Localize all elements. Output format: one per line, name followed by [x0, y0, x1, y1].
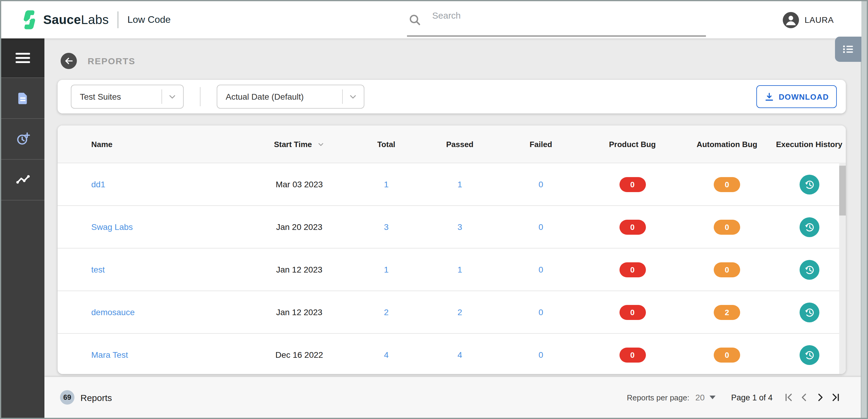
reports-table: Name Start Time Total Passed Failed Prod…: [58, 125, 846, 374]
execution-history-button[interactable]: [799, 260, 819, 279]
product-bug-badge: 0: [619, 347, 646, 362]
next-page-button[interactable]: [812, 390, 828, 405]
column-header-total: Total: [352, 140, 421, 149]
reports-count-label: Reports: [81, 392, 112, 402]
start-time-cell: Jan 12 2023: [276, 307, 322, 317]
column-header-failed: Failed: [499, 140, 583, 149]
automation-bug-badge: 0: [714, 347, 740, 362]
total-link[interactable]: 2: [384, 307, 389, 317]
clock-plus-icon: [15, 131, 30, 147]
document-icon: [16, 91, 30, 106]
table-body: dd1 Mar 03 2023 1 1 0 0 0 Swag Labs Jan …: [58, 163, 846, 374]
passed-link[interactable]: 3: [457, 222, 462, 232]
chevron-right-icon: [814, 392, 826, 403]
back-button[interactable]: [61, 53, 77, 69]
brand-divider: [118, 11, 118, 28]
window-scroll-gutter[interactable]: [861, 1, 867, 418]
passed-link[interactable]: 1: [457, 179, 462, 189]
first-page-button[interactable]: [781, 390, 797, 405]
failed-link[interactable]: 0: [538, 265, 543, 274]
table-row: test Jan 12 2023 1 1 0 0 0: [58, 248, 846, 291]
sidebar: [1, 38, 44, 418]
report-name-link[interactable]: test: [91, 265, 105, 274]
user-name: LAURA: [805, 15, 834, 25]
top-bar: SauceLabs Low Code LA: [1, 1, 861, 38]
start-time-cell: Jan 12 2023: [276, 265, 322, 274]
column-header-start-time[interactable]: Start Time: [247, 140, 352, 149]
page-status: Page 1 of 4: [731, 393, 773, 402]
last-page-icon: [830, 392, 841, 403]
history-icon: [803, 264, 815, 275]
passed-link[interactable]: 1: [457, 265, 462, 274]
report-name-link[interactable]: dd1: [91, 179, 105, 189]
page-header: REPORTS: [44, 38, 861, 81]
product-bug-badge: 0: [619, 305, 646, 320]
saucelabs-logo-icon: [17, 9, 38, 31]
sidebar-item-reports[interactable]: [1, 78, 44, 118]
total-link[interactable]: 4: [384, 350, 389, 360]
report-name-link[interactable]: Swag Labs: [91, 222, 133, 232]
app-window: SauceLabs Low Code LA: [0, 0, 868, 419]
user-menu[interactable]: LAURA: [783, 1, 834, 38]
report-name-link[interactable]: demosauce: [91, 307, 135, 317]
passed-link[interactable]: 2: [457, 307, 462, 317]
avatar: [783, 12, 799, 28]
hamburger-icon: [16, 50, 30, 66]
date-select-value: Actual Date (Default): [217, 92, 342, 101]
search-icon: [408, 13, 422, 26]
per-page-label: Reports per page:: [627, 393, 689, 402]
test-suites-select[interactable]: Test Suites: [71, 85, 184, 109]
sidebar-menu-toggle[interactable]: [1, 38, 44, 78]
list-view-button[interactable]: [835, 37, 861, 62]
execution-history-button[interactable]: [799, 302, 819, 322]
search-input[interactable]: [431, 9, 685, 21]
failed-link[interactable]: 0: [538, 307, 543, 317]
chevron-down-icon: [167, 92, 177, 101]
history-icon: [803, 306, 815, 318]
total-link[interactable]: 1: [384, 179, 389, 189]
last-page-button[interactable]: [828, 390, 843, 405]
scrollbar-thumb[interactable]: [839, 166, 846, 215]
history-icon: [803, 349, 815, 360]
table-row: Mara Test Dec 16 2022 4 4 0 0 0: [58, 333, 846, 374]
automation-bug-badge: 0: [714, 262, 740, 277]
product-bug-badge: 0: [619, 262, 646, 277]
chevron-left-icon: [799, 392, 810, 403]
brand-name-bold: Sauce: [43, 12, 81, 26]
filter-separator: [200, 87, 200, 106]
date-select[interactable]: Actual Date (Default): [217, 85, 364, 109]
table-header: Name Start Time Total Passed Failed Prod…: [58, 125, 846, 163]
sidebar-item-schedules[interactable]: [1, 118, 44, 159]
start-time-cell: Jan 20 2023: [276, 222, 322, 232]
failed-link[interactable]: 0: [538, 222, 543, 232]
automation-bug-badge: 0: [714, 219, 740, 234]
table-scrollbar[interactable]: [839, 163, 846, 374]
column-header-automation-bug: Automation Bug: [682, 140, 772, 149]
page-title: REPORTS: [88, 56, 135, 66]
execution-history-button[interactable]: [799, 345, 819, 365]
dropdown-triangle-icon: [710, 396, 716, 399]
download-icon: [764, 92, 774, 102]
execution-history-button[interactable]: [799, 174, 819, 194]
select-divider: [342, 89, 343, 104]
total-link[interactable]: 3: [384, 222, 389, 232]
arrow-left-icon: [64, 56, 74, 66]
passed-link[interactable]: 4: [457, 350, 462, 360]
product-name: Low Code: [127, 14, 170, 25]
table-row: demosauce Jan 12 2023 2 2 0 0 2: [58, 291, 846, 333]
sort-chevron-icon: [317, 140, 324, 148]
column-header-name: Name: [58, 140, 247, 149]
download-button[interactable]: DOWNLOAD: [756, 85, 837, 108]
start-time-cell: Mar 03 2023: [276, 179, 323, 189]
footer-bar: 69 Reports Reports per page: 20 Page 1 o…: [44, 377, 861, 418]
test-suites-select-value: Test Suites: [71, 92, 161, 101]
execution-history-button[interactable]: [799, 217, 819, 237]
sidebar-item-insights[interactable]: [1, 159, 44, 201]
failed-link[interactable]: 0: [538, 179, 543, 189]
failed-link[interactable]: 0: [538, 350, 543, 360]
reports-count-badge: 69: [60, 390, 74, 405]
previous-page-button[interactable]: [797, 390, 812, 405]
per-page-select[interactable]: 20: [695, 393, 716, 402]
report-name-link[interactable]: Mara Test: [91, 350, 128, 360]
total-link[interactable]: 1: [384, 265, 389, 274]
